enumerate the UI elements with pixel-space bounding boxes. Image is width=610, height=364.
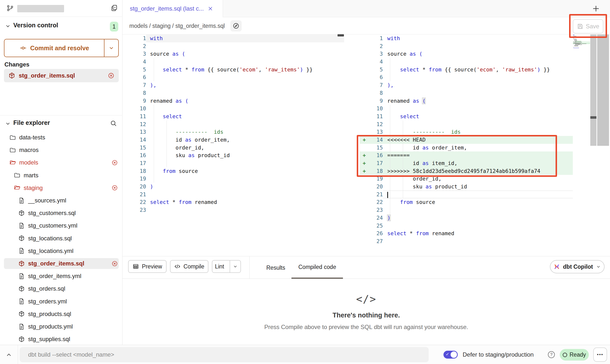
file-icon (18, 248, 25, 254)
file-name: stg_order_items.yml (28, 273, 119, 280)
dbt-copilot-button[interactable]: dbt Copilot (550, 260, 605, 273)
file-name: stg_locations.sql (28, 235, 119, 242)
file-explorer-item-staging[interactable]: staging (4, 182, 119, 193)
code-line: 2 (360, 42, 573, 50)
help-icon[interactable]: ? (548, 351, 555, 358)
indent-guide (154, 105, 154, 183)
file-explorer-item-stg_order_items.sql[interactable]: stg_order_items.sql (4, 258, 119, 269)
empty-state-subtitle: Press Compile above to preview the SQL d… (122, 324, 610, 331)
code-line: 1with (122, 34, 344, 42)
commit-options-dropdown[interactable] (104, 39, 118, 57)
code-line: 27 (360, 237, 573, 245)
conflict-icon[interactable] (112, 261, 118, 267)
code-line: 17 (122, 159, 344, 167)
scrollbar-thumb[interactable] (590, 116, 596, 119)
editor-pane-right[interactable]: 1with23source as (45 select * from {{ so… (360, 34, 573, 245)
close-icon[interactable] (208, 6, 213, 11)
indent-guide (390, 58, 390, 81)
file-explorer-item-models[interactable]: models (4, 157, 119, 168)
changed-file-row[interactable]: stg_order_items.sql (4, 69, 119, 82)
compile-button[interactable]: Compile (170, 260, 208, 273)
search-icon[interactable] (110, 120, 117, 127)
file-explorer-item-stg_supplies.sql[interactable]: stg_supplies.sql (4, 334, 119, 345)
editor-pane-left[interactable]: 1with23source as (45 select * from {{ so… (122, 34, 344, 214)
chevron-down-icon (596, 264, 601, 269)
check-icon: ✓ (446, 352, 449, 357)
code-line: 20) (122, 183, 344, 191)
code-line: 22select * from renamed (122, 198, 344, 206)
code-line: 12 (360, 120, 573, 128)
copy-files-icon[interactable] (110, 4, 118, 12)
text-cursor (387, 192, 388, 198)
code-line: 6 (122, 73, 344, 81)
code-line: 9renamed as ( (122, 97, 344, 105)
code-line: 6 (360, 73, 573, 81)
status-label: Ready (570, 351, 586, 358)
conflict-icon[interactable] (112, 185, 118, 191)
indent-guide (167, 120, 167, 167)
conflict-icon[interactable] (108, 72, 114, 79)
defer-toggle[interactable]: ✓ (443, 351, 458, 359)
file-icon (18, 298, 25, 305)
lineage-compass-icon[interactable] (230, 20, 242, 32)
file-name: staging (24, 184, 108, 191)
file-explorer-item-stg_products.yml[interactable]: stg_products.yml (4, 321, 119, 332)
file-explorer-item-marts[interactable]: marts (4, 170, 119, 181)
file-name: stg_locations.yml (28, 248, 119, 254)
code-line: 7), (122, 81, 344, 89)
file-explorer-item-stg_locations.sql[interactable]: stg_locations.sql (4, 233, 119, 244)
file-explorer-item-stg_locations.yml[interactable]: stg_locations.yml (4, 246, 119, 256)
code-line: 3source as ( (360, 50, 573, 58)
file-name: data-tests (19, 134, 119, 141)
status-bar: dbt build --select <model_name> ✓ Defer … (0, 345, 610, 364)
file-explorer-collapse-icon[interactable] (5, 121, 11, 127)
more-options-button[interactable]: ••• (593, 347, 607, 362)
code-line: 9renamed as ( (360, 97, 573, 105)
editor-tab-bar: stg_order_items.sql (last c... (122, 0, 610, 17)
code-line: 21 (122, 191, 344, 199)
code-line: 19 (122, 175, 344, 183)
editor-minimap[interactable] (573, 35, 590, 49)
file-explorer-item-stg_customers.yml[interactable]: stg_customers.yml (4, 220, 119, 231)
file-explorer-item-data-tests[interactable]: data-tests (4, 132, 119, 143)
file-explorer-item-stg_order_items.yml[interactable]: stg_order_items.yml (4, 271, 119, 281)
conflict-icon[interactable] (112, 160, 118, 166)
code-line: +16======= (360, 151, 573, 159)
status-badge: Ready (560, 349, 589, 361)
tab-stg-order-items[interactable]: stg_order_items.sql (last c... (122, 0, 223, 17)
code-line: 22 from source (360, 198, 573, 206)
commit-and-resolve-button[interactable]: Commit and resolve (4, 39, 119, 57)
code-line: 15 order_id, (122, 144, 344, 152)
file-icon (18, 197, 25, 204)
lint-dropdown[interactable] (230, 261, 240, 272)
new-tab-plus-icon[interactable] (592, 4, 600, 13)
file-explorer-item-stg_orders.yml[interactable]: stg_orders.yml (4, 296, 119, 307)
model-icon (18, 260, 25, 267)
minimap-slider[interactable] (597, 34, 609, 146)
chevron-up-icon[interactable] (5, 351, 12, 358)
file-explorer-item-stg_products.sql[interactable]: stg_products.sql (4, 309, 119, 319)
command-input[interactable]: dbt build --select <model_name> (20, 347, 429, 362)
floppy-disk-icon (577, 23, 583, 30)
changes-count-badge: 1 (110, 22, 118, 32)
git-branch-icon[interactable] (6, 4, 14, 12)
version-control-collapse-icon[interactable] (5, 23, 11, 29)
tab-results[interactable]: Results (259, 256, 292, 279)
lint-button[interactable]: Lint (212, 260, 241, 273)
save-button[interactable]: Save (573, 19, 603, 33)
file-explorer-item-stg_orders.sql[interactable]: stg_orders.sql (4, 283, 119, 294)
file-explorer-item-__sources.yml[interactable]: __sources.yml (4, 195, 119, 206)
preview-button[interactable]: Preview (128, 260, 167, 273)
right-editor-scrollbar[interactable] (590, 34, 596, 146)
code-line: 20 sku as product_id (360, 183, 573, 191)
code-line: 14 id as order_item, (122, 136, 344, 144)
defer-label: Defer to staging/production (463, 345, 534, 364)
left-editor-scrollbar-thumb[interactable] (338, 34, 344, 36)
chevron-down-icon (108, 45, 114, 51)
code-line: 11 select (360, 113, 573, 120)
tab-compiled-code[interactable]: Compiled code (291, 256, 343, 279)
code-line: 23 (360, 206, 573, 214)
code-line: 5 select * from {{ source('ecom', 'raw_i… (122, 66, 344, 74)
file-explorer-item-stg_customers.sql[interactable]: stg_customers.sql (4, 208, 119, 218)
file-explorer-item-macros[interactable]: macros (4, 145, 119, 155)
